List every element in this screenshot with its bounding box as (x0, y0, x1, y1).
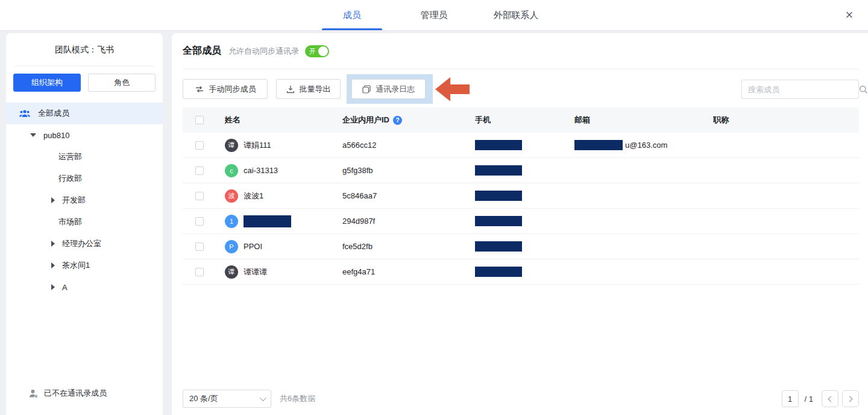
contacts-log-label: 通讯录日志 (376, 84, 415, 95)
sidebar-item-former-members[interactable]: 已不在通讯录成员 (6, 384, 163, 403)
members-table: 姓名 企业内用户ID ? 手机 邮箱 职称 谭谭娟111a566cc12u@16… (183, 107, 859, 285)
avatar: 谭 (225, 139, 238, 152)
row-checkbox[interactable] (195, 166, 204, 175)
annotation-arrow (435, 77, 470, 101)
tab-members[interactable]: 成员 (322, 0, 382, 30)
manual-sync-label: 手动同步成员 (209, 84, 256, 95)
user-id-cell: 5c846aa7 (342, 191, 475, 200)
close-icon[interactable]: × (840, 6, 858, 24)
row-checkbox[interactable] (195, 242, 204, 251)
tab-admins[interactable]: 管理员 (404, 0, 464, 30)
avatar: c (225, 164, 238, 177)
table-row: PPPOIfce5d2fb (183, 234, 859, 259)
tree-item-label: 经理办公室 (62, 238, 101, 249)
page-total-label: / 1 (805, 394, 813, 404)
search-input[interactable] (742, 85, 859, 94)
batch-export-label: 批量导出 (300, 84, 331, 95)
former-member-icon (29, 389, 38, 398)
chevron-left-icon (828, 396, 834, 402)
row-checkbox[interactable] (195, 192, 204, 200)
tree-item[interactable]: 茶水间1 (6, 255, 163, 276)
prev-page-button[interactable] (822, 390, 838, 407)
search-icon[interactable] (859, 85, 868, 94)
tree-item-label: pub810 (43, 131, 69, 140)
email-cell: u@163.com (574, 140, 713, 150)
user-id-cell: eefg4a71 (342, 267, 475, 276)
chevron-right-icon (847, 396, 853, 402)
phone-cell (475, 241, 574, 252)
row-checkbox[interactable] (195, 268, 204, 276)
redacted-phone (475, 267, 522, 277)
header-phone: 手机 (475, 115, 574, 125)
user-id-cell: a566cc12 (342, 141, 475, 150)
tree-item[interactable]: 行政部 (6, 168, 163, 189)
sync-icon (195, 86, 204, 93)
role-button[interactable]: 角色 (88, 74, 156, 92)
header-email: 邮箱 (574, 115, 713, 125)
total-count-label: 共6条数据 (280, 393, 315, 404)
redacted-phone (475, 216, 522, 226)
tree-item[interactable]: 经理办公室 (6, 233, 163, 255)
help-icon[interactable]: ? (393, 116, 402, 125)
tree-right-arrow-icon[interactable] (51, 284, 55, 290)
redacted-phone (475, 140, 522, 150)
team-mode-label: 团队模式：飞书 (14, 33, 154, 66)
chevron-down-icon (260, 394, 266, 401)
manual-sync-button[interactable]: 手动同步成员 (183, 79, 268, 99)
next-page-button[interactable] (842, 390, 859, 407)
page-title: 全部成员 (183, 45, 221, 57)
phone-cell (475, 216, 574, 226)
contacts-log-button[interactable]: 通讯录日志 (351, 79, 426, 99)
sidebar-item-all-members[interactable]: 全部成员 (6, 103, 163, 124)
header-name: 姓名 (225, 115, 342, 125)
tree-item-label: 市场部 (58, 217, 82, 227)
phone-cell (475, 165, 574, 176)
header-user-id: 企业内用户ID ? (342, 115, 475, 125)
tree-item-label: 茶水间1 (62, 260, 90, 271)
sidebar-item-label: 全部成员 (38, 108, 69, 119)
redacted-email (574, 140, 623, 150)
member-name: 谭谭谭 (244, 267, 267, 277)
page-number-input[interactable] (782, 390, 799, 407)
row-checkbox[interactable] (195, 217, 204, 226)
tree-item[interactable]: 市场部 (6, 211, 163, 233)
tab-external-contacts[interactable]: 外部联系人 (486, 0, 546, 30)
batch-export-button[interactable]: 批量导出 (276, 79, 341, 99)
name-cell: 波波波1 (225, 189, 342, 203)
tree-down-arrow-icon[interactable] (30, 133, 36, 137)
tree-right-arrow-icon[interactable] (51, 262, 55, 268)
tree-item-label: 行政部 (58, 173, 82, 184)
name-cell: 谭谭娟111 (225, 139, 342, 152)
table-row: ccai-31313g5fg38fb (183, 158, 859, 183)
page-size-select[interactable]: 20 条/页 (183, 390, 271, 408)
tree-right-arrow-icon[interactable] (51, 241, 55, 247)
tab-bar: 成员 管理员 外部联系人 (0, 0, 868, 30)
top-bar: 成员 管理员 外部联系人 × (0, 0, 868, 30)
row-checkbox[interactable] (195, 141, 204, 150)
table-row: 谭谭娟111a566cc12u@163.com (183, 133, 859, 158)
member-name: 谭娟111 (244, 140, 271, 151)
tree-item[interactable]: pub810 (6, 124, 163, 146)
tree-item-label: 运营部 (58, 151, 82, 162)
table-row: 1294d987f (183, 209, 859, 234)
table-header-row: 姓名 企业内用户ID ? 手机 邮箱 职称 (183, 107, 859, 133)
tree-right-arrow-icon[interactable] (51, 197, 55, 203)
select-all-checkbox[interactable] (195, 116, 204, 124)
toggle-on-label: 开 (309, 47, 316, 55)
table-body: 谭谭娟111a566cc12u@163.comccai-31313g5fg38f… (183, 133, 859, 285)
tree-item[interactable]: A (6, 276, 163, 298)
auto-sync-toggle[interactable]: 开 (305, 45, 329, 57)
members-panel: 全部成员 允许自动同步通讯录 开 手动同步成员 批量导出 (172, 33, 868, 415)
org-structure-button[interactable]: 组织架构 (13, 74, 81, 92)
tree-item[interactable]: 运营部 (6, 146, 163, 168)
tree-item-label: A (62, 283, 68, 292)
download-icon (286, 85, 295, 93)
avatar: 谭 (225, 265, 238, 279)
member-name: cai-31313 (244, 166, 278, 175)
user-id-cell: fce5d2fb (342, 242, 475, 251)
name-cell: ccai-31313 (225, 164, 342, 177)
avatar: 波 (225, 189, 238, 203)
tree-item-label: 开发部 (62, 195, 86, 206)
members-group-icon (19, 109, 30, 118)
tree-item[interactable]: 开发部 (6, 189, 163, 211)
